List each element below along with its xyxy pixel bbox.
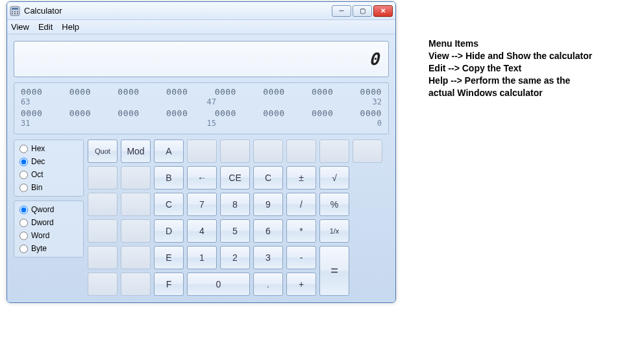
key-4[interactable]: 4 bbox=[187, 219, 217, 243]
window-controls: ─ ▢ ✕ bbox=[332, 5, 393, 17]
menu-view[interactable]: View bbox=[11, 22, 29, 32]
key-blank-r3c2 bbox=[121, 193, 151, 216]
radio-bin[interactable]: Bin bbox=[19, 183, 78, 192]
key-equals[interactable]: = bbox=[319, 246, 349, 296]
key-clear[interactable]: C bbox=[253, 166, 283, 189]
client-area: 0 0000 0000 0000 0000 0000 0000 0000 000… bbox=[7, 34, 395, 302]
menu-edit[interactable]: Edit bbox=[38, 22, 53, 32]
key-blank-r4c1 bbox=[88, 219, 118, 243]
key-2[interactable]: 2 bbox=[220, 246, 250, 269]
left-column: Hex Dec Oct Bin Qword Dword Word Byte bbox=[14, 140, 84, 296]
keypad: Quot Mod A B ← CE C ± √ bbox=[88, 140, 382, 296]
base-radio-group: Hex Dec Oct Bin bbox=[14, 140, 84, 197]
svg-rect-5 bbox=[12, 13, 13, 14]
svg-rect-1 bbox=[12, 8, 18, 10]
calculator-window: Calculator ─ ▢ ✕ View Edit Help 0 0000 0… bbox=[6, 1, 396, 303]
titlebar[interactable]: Calculator ─ ▢ ✕ bbox=[7, 2, 395, 20]
key-sqrt[interactable]: √ bbox=[319, 166, 349, 189]
menubar: View Edit Help bbox=[7, 20, 395, 34]
display: 0 bbox=[14, 41, 389, 77]
display-value: 0 bbox=[369, 49, 379, 69]
annotations: Menu Items View --> Hide and Show the ca… bbox=[428, 38, 623, 99]
radio-byte[interactable]: Byte bbox=[19, 244, 78, 253]
key-percent[interactable]: % bbox=[319, 193, 349, 216]
annotations-line2: Edit --> Copy the Text bbox=[428, 62, 623, 75]
svg-rect-6 bbox=[14, 13, 16, 14]
maximize-button[interactable]: ▢ bbox=[353, 5, 372, 17]
key-quot[interactable]: Quot bbox=[88, 140, 118, 163]
bit-row-low: 0000 0000 0000 0000 0000 0000 0000 0000 bbox=[21, 108, 382, 118]
key-d[interactable]: D bbox=[154, 219, 184, 243]
annotations-line4: actual Windows calculator bbox=[428, 87, 623, 99]
radio-oct[interactable]: Oct bbox=[19, 170, 78, 179]
radio-dec[interactable]: Dec bbox=[19, 157, 78, 166]
key-1[interactable]: 1 bbox=[187, 246, 217, 269]
bit-panel: 0000 0000 0000 0000 0000 0000 0000 0000 … bbox=[14, 82, 389, 134]
bit-row-high: 0000 0000 0000 0000 0000 0000 0000 0000 bbox=[21, 87, 382, 97]
key-0[interactable]: 0 bbox=[187, 273, 250, 296]
key-blank-r6c2 bbox=[121, 273, 151, 296]
key-plusminus[interactable]: ± bbox=[286, 166, 316, 189]
key-multiply[interactable]: * bbox=[286, 219, 316, 243]
key-blank-r2c1 bbox=[88, 166, 118, 189]
annotations-title: Menu Items bbox=[428, 38, 623, 50]
key-backspace[interactable]: ← bbox=[187, 166, 217, 189]
key-ce[interactable]: CE bbox=[220, 166, 250, 189]
key-divide[interactable]: / bbox=[286, 193, 316, 216]
key-blank-r6c1 bbox=[88, 273, 118, 296]
close-button[interactable]: ✕ bbox=[373, 5, 393, 17]
key-blank-r1c7 bbox=[286, 140, 316, 163]
main-area: Hex Dec Oct Bin Qword Dword Word Byte Qu… bbox=[14, 140, 389, 296]
key-blank-r4c2 bbox=[121, 219, 151, 243]
menu-help[interactable]: Help bbox=[62, 22, 79, 32]
radio-dword[interactable]: Dword bbox=[19, 218, 78, 227]
key-7[interactable]: 7 bbox=[187, 193, 217, 216]
minimize-button[interactable]: ─ bbox=[332, 5, 351, 17]
key-add[interactable]: + bbox=[286, 273, 316, 296]
key-e[interactable]: E bbox=[154, 246, 184, 269]
key-blank-r1c8 bbox=[319, 140, 349, 163]
key-blank-r1c4 bbox=[187, 140, 217, 163]
radio-hex[interactable]: Hex bbox=[19, 144, 78, 153]
key-f[interactable]: F bbox=[154, 273, 184, 296]
key-3[interactable]: 3 bbox=[253, 246, 283, 269]
key-blank-r5c1 bbox=[88, 246, 118, 269]
svg-rect-3 bbox=[14, 11, 16, 12]
key-blank-r1c5 bbox=[220, 140, 250, 163]
key-mod[interactable]: Mod bbox=[121, 140, 151, 163]
svg-rect-7 bbox=[17, 13, 18, 14]
bit-labels-low: 31 15 0 bbox=[21, 119, 382, 128]
svg-rect-4 bbox=[17, 11, 18, 12]
window-title: Calculator bbox=[24, 6, 332, 16]
annotations-line1: View --> Hide and Show the calculator bbox=[428, 50, 623, 62]
key-8[interactable]: 8 bbox=[220, 193, 250, 216]
key-blank-r2c2 bbox=[121, 166, 151, 189]
key-5[interactable]: 5 bbox=[220, 219, 250, 243]
key-b[interactable]: B bbox=[154, 166, 184, 189]
key-blank-r3c1 bbox=[88, 193, 118, 216]
bit-labels-high: 63 47 32 bbox=[21, 97, 382, 106]
key-subtract[interactable]: - bbox=[286, 246, 316, 269]
key-6[interactable]: 6 bbox=[253, 219, 283, 243]
key-blank-r1c6 bbox=[253, 140, 283, 163]
key-blank-r1c9 bbox=[353, 140, 382, 163]
key-decimal[interactable]: . bbox=[253, 273, 283, 296]
radio-word[interactable]: Word bbox=[19, 231, 78, 240]
calculator-icon bbox=[10, 6, 20, 16]
svg-rect-2 bbox=[12, 11, 13, 12]
key-9[interactable]: 9 bbox=[253, 193, 283, 216]
annotations-line3: Help --> Perform the same as the bbox=[428, 75, 623, 87]
word-radio-group: Qword Dword Word Byte bbox=[14, 200, 84, 258]
key-blank-r5c2 bbox=[121, 246, 151, 269]
key-a[interactable]: A bbox=[154, 140, 184, 163]
key-reciprocal[interactable]: 1/x bbox=[319, 219, 349, 243]
radio-qword[interactable]: Qword bbox=[19, 205, 78, 214]
key-c[interactable]: C bbox=[154, 193, 184, 216]
